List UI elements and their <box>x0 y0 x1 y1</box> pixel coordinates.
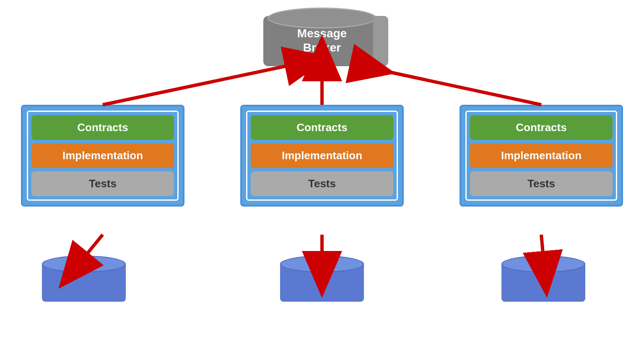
db-event-store-body <box>42 256 126 302</box>
service-inner-right: Contracts Implementation Tests <box>465 111 617 201</box>
implementation-layer-left: Implementation <box>31 143 174 168</box>
db-relational-body <box>280 256 364 302</box>
contracts-layer-center: Contracts <box>251 115 393 140</box>
broker-label: Message Broker <box>263 26 381 54</box>
tests-layer-center: Tests <box>251 171 393 196</box>
arrow-right-to-db <box>541 235 543 258</box>
service-box-left: Contracts Implementation Tests <box>21 105 184 207</box>
db-document-top <box>501 256 585 272</box>
service-inner-left: Contracts Implementation Tests <box>27 111 179 201</box>
db-event-store-top <box>42 256 126 272</box>
db-event-store-label: Event Store <box>42 305 126 327</box>
service-box-center: Contracts Implementation Tests <box>240 105 404 207</box>
service-inner-center: Contracts Implementation Tests <box>246 111 398 201</box>
db-relational: Relational DB <box>280 256 364 327</box>
contracts-layer-left: Contracts <box>31 115 174 140</box>
diagram-container: Message Broker Contracts Implementation … <box>0 0 644 344</box>
db-relational-top <box>280 256 364 272</box>
tests-layer-left: Tests <box>31 171 174 196</box>
service-box-right: Contracts Implementation Tests <box>460 105 623 207</box>
db-event-store: Event Store <box>42 256 126 327</box>
db-document-label: Document DB <box>501 305 585 327</box>
arrow-left-to-db <box>84 235 103 258</box>
db-relational-label: Relational DB <box>280 305 364 327</box>
db-document: Document DB <box>501 256 585 327</box>
arrow-right-to-broker <box>356 65 541 105</box>
message-broker: Message Broker <box>263 8 381 75</box>
contracts-layer-right: Contracts <box>470 115 613 140</box>
tests-layer-right: Tests <box>470 171 613 196</box>
db-document-body <box>501 256 585 302</box>
broker-top <box>267 8 377 28</box>
implementation-layer-right: Implementation <box>470 143 613 168</box>
implementation-layer-center: Implementation <box>251 143 393 168</box>
